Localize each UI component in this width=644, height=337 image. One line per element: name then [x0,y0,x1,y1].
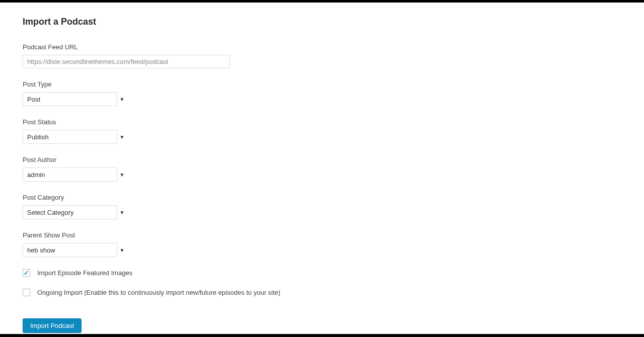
post-status-label: Post Status [23,118,621,126]
feed-url-label: Podcast Feed URL [23,43,621,51]
post-category-label: Post Category [23,194,621,201]
feed-url-input[interactable] [23,55,230,68]
featured-images-label[interactable]: Import Episode Featured Images [37,269,132,277]
ongoing-import-label[interactable]: Ongoing Import (Enable this to continuou… [37,289,280,296]
post-author-label: Post Author [23,156,621,163]
import-podcast-button[interactable]: Import Podcast [23,318,82,333]
page-title: Import a Podcast [23,17,621,27]
parent-show-label: Parent Show Post [23,231,621,239]
featured-images-checkbox[interactable] [23,269,30,277]
post-status-select[interactable]: Publish [23,130,127,144]
post-author-select[interactable]: admin [23,167,127,182]
post-category-select[interactable]: Select Category [23,205,127,219]
field-post-category: Post Category Select Category ▼ [23,194,621,219]
field-feed-url: Podcast Feed URL [23,43,621,68]
post-type-select[interactable]: Post [23,92,127,106]
bottom-bar [0,334,644,337]
import-podcast-form: Import a Podcast Podcast Feed URL Post T… [0,3,644,337]
checkbox-ongoing-import-group: Ongoing Import (Enable this to continuou… [23,289,621,296]
ongoing-import-checkbox[interactable] [23,289,30,296]
field-parent-show: Parent Show Post heb show ▼ [23,231,621,257]
checkbox-featured-images-group: Import Episode Featured Images [23,269,621,277]
field-post-type: Post Type Post ▼ [23,80,621,106]
parent-show-select[interactable]: heb show [23,243,127,257]
post-type-label: Post Type [23,80,621,88]
field-post-status: Post Status Publish ▼ [23,118,621,144]
field-post-author: Post Author admin ▼ [23,156,621,182]
